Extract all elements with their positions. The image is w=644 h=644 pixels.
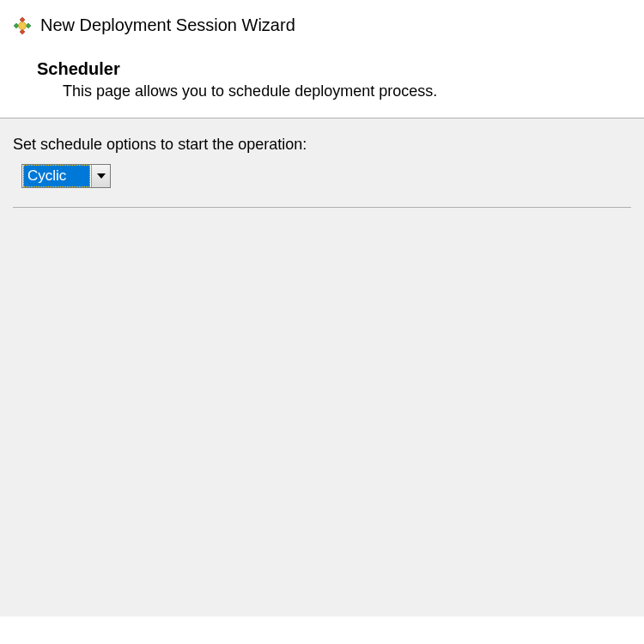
schedule-dropdown[interactable]: Cyclic bbox=[21, 164, 111, 188]
svg-marker-0 bbox=[20, 17, 25, 22]
wizard-title: New Deployment Session Wizard bbox=[40, 15, 295, 35]
schedule-options-label: Set schedule options to start the operat… bbox=[13, 136, 631, 154]
wizard-header: New Deployment Session Wizard Scheduler … bbox=[0, 0, 644, 118]
svg-marker-2 bbox=[26, 23, 31, 28]
svg-point-4 bbox=[19, 21, 27, 29]
deployment-wizard-icon bbox=[13, 16, 32, 35]
schedule-dropdown-selected[interactable]: Cyclic bbox=[23, 165, 90, 187]
page-heading: Scheduler bbox=[37, 59, 631, 79]
svg-marker-3 bbox=[20, 29, 25, 34]
chevron-down-icon bbox=[97, 173, 106, 179]
dropdown-arrow-button[interactable] bbox=[91, 165, 110, 187]
title-row: New Deployment Session Wizard bbox=[13, 15, 631, 35]
wizard-body: Set schedule options to start the operat… bbox=[0, 118, 644, 617]
svg-marker-1 bbox=[14, 23, 19, 28]
body-divider bbox=[13, 207, 631, 208]
page-description: This page allows you to schedule deploym… bbox=[63, 82, 631, 100]
